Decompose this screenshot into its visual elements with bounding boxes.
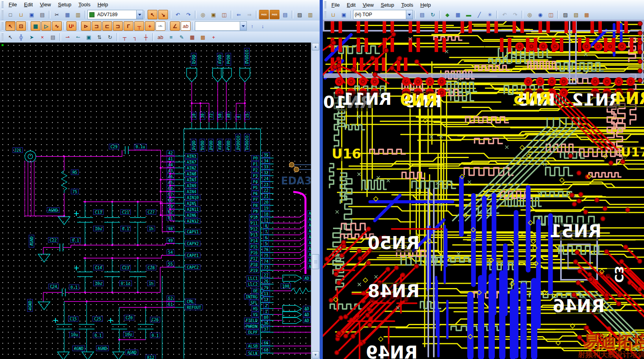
layer-selector-dropdown-arrow[interactable] [406, 10, 413, 19]
bus-left-button[interactable]: ⊏ [102, 21, 112, 31]
measure-button[interactable]: ╱ [474, 10, 484, 19]
text-ab-button[interactable]: ab [181, 21, 191, 31]
menu-file[interactable]: File [5, 1, 20, 8]
search-dropdown-arrow[interactable] [240, 22, 246, 30]
router-doc-button[interactable]: ▨ [561, 10, 570, 19]
list-edit-button[interactable]: ≡ [166, 32, 176, 42]
redo-button[interactable]: ↷ [183, 10, 193, 19]
net-zoom-button[interactable]: ◉ [535, 10, 545, 19]
attr-edit-button[interactable]: ab [155, 32, 165, 42]
select-arrow-button[interactable]: ↖ [6, 32, 15, 42]
undo-button[interactable]: ↶ [173, 10, 183, 19]
view-sheet-button[interactable]: ▣ [209, 10, 218, 19]
save-button[interactable]: ▣ [339, 10, 349, 19]
paste-button[interactable]: ▥ [73, 10, 83, 19]
select-mode-button[interactable]: ↖ [148, 10, 157, 19]
color-grid-button[interactable]: ▩ [198, 32, 208, 42]
menu-setup[interactable]: Setup [54, 1, 75, 8]
tee-add-button[interactable]: ┬ [120, 32, 130, 42]
search-combobox[interactable] [195, 21, 247, 31]
properties2-button[interactable]: ▤ [48, 32, 58, 42]
menu-tools[interactable]: Tools [75, 1, 94, 8]
select-drag-mode-button[interactable]: ↘ [158, 10, 168, 19]
gate-decal-button[interactable]: ⊐ [92, 21, 102, 31]
select-parts-button[interactable]: ⊡ [16, 21, 26, 31]
net-forward-button[interactable]: ⇀ [63, 32, 72, 42]
bus-right-button[interactable]: ⊐ [113, 21, 123, 31]
save-button[interactable]: ▣ [27, 10, 37, 19]
eraser-button[interactable]: ◫ [546, 10, 556, 19]
select-gates-button[interactable]: ↖ [6, 21, 15, 31]
print-button[interactable]: ▤ [37, 10, 47, 19]
menu-edit[interactable]: Edit [20, 1, 36, 8]
pads-router-button[interactable]: PADS [270, 10, 279, 19]
open-folder-button[interactable]: ⊔ [328, 10, 338, 19]
label-lbl-button[interactable]: LBL [155, 21, 165, 31]
menu-help[interactable]: Help [417, 1, 435, 9]
pads-layout-button[interactable]: PADS [259, 10, 269, 19]
menu-setup[interactable]: Setup [377, 1, 398, 9]
schematic-canvas[interactable]: 10DVDD30DVDD72DVDD50AVDD38PVDD4DVDDIO15D… [0, 43, 311, 359]
rotate-gate-button[interactable]: ↻ [105, 32, 115, 42]
design-check-button[interactable]: ◆ [442, 10, 452, 19]
add-decal-button[interactable]: ▷ [41, 21, 51, 31]
attr-dictionary-button[interactable]: ▦ [187, 32, 197, 42]
clipboard-doc-button[interactable]: ▧ [571, 10, 581, 19]
part-selector-dropdown-arrow[interactable] [136, 10, 143, 19]
edit-elec-button[interactable]: ∠ [170, 21, 180, 31]
component-value: 0.1 [121, 226, 131, 231]
net-tee-button[interactable]: ┬ [134, 21, 144, 31]
gate-u11-button[interactable]: U¹ [67, 21, 76, 31]
scroll-up-button[interactable]: ▲ [312, 43, 319, 50]
board-view-button[interactable]: ▬ [464, 10, 474, 19]
undo-button[interactable]: ↶ [500, 10, 509, 19]
net-corner-button[interactable]: Γ [124, 21, 133, 31]
add-part-button[interactable]: ▦ [31, 21, 41, 31]
properties-button[interactable]: ▤ [417, 10, 427, 19]
part-selector-combobox[interactable]: ADV7189 [87, 10, 143, 19]
net-back-button[interactable]: ↼ [73, 32, 83, 42]
scroll-down-button[interactable]: ▼ [312, 351, 319, 359]
fanout-button[interactable]: ▦ [453, 10, 463, 19]
eraser-button[interactable]: ◫ [219, 10, 229, 19]
pcb-canvas[interactable]: RN10RN11RN9RN9RN5RN5RN12RN4U16U17RN50RN5… [323, 20, 644, 359]
pads-logic-button[interactable]: ▩ [582, 10, 592, 19]
zoom-button[interactable]: ◎ [525, 10, 535, 19]
move-button[interactable]: ╬ [16, 32, 26, 42]
down-button[interactable]: ↓ [258, 21, 268, 31]
rename-pencil-button[interactable]: ✎ [177, 32, 187, 42]
junction-add-button[interactable]: ┼ [141, 32, 151, 42]
menu-file[interactable]: File [328, 1, 343, 9]
delete-button[interactable]: × [37, 32, 47, 42]
up-button[interactable]: ↑ [247, 21, 257, 31]
next-view-button[interactable]: ⇒ [244, 10, 254, 19]
corner-add-button[interactable]: ┐ [130, 32, 140, 42]
field-add-button[interactable]: + [209, 32, 218, 42]
add-signal-button[interactable]: ∿ [52, 21, 62, 31]
properties-button[interactable]: ▤ [280, 10, 290, 19]
route-button[interactable]: ➤ [27, 32, 37, 42]
swap-u1-u2-button[interactable]: ⇅ [94, 32, 104, 42]
zoom-button[interactable]: ◎ [198, 10, 208, 19]
ole-runner-button[interactable]: ▨ [295, 10, 305, 19]
menu-tools[interactable]: Tools [398, 1, 416, 9]
offpage-ref-button[interactable]: ⊳ [81, 21, 91, 31]
menu-edit[interactable]: Edit [343, 1, 359, 9]
copy-button[interactable]: ▦ [63, 10, 72, 19]
new-document-button[interactable]: □ [6, 10, 15, 19]
redo-button[interactable]: ↷ [510, 10, 520, 19]
cut-button[interactable]: ✂ [52, 10, 62, 19]
menu-view[interactable]: View [36, 1, 54, 8]
clipboard-view-button[interactable]: ▥ [305, 10, 315, 19]
via [575, 250, 579, 255]
scroll-thumb[interactable] [312, 254, 319, 269]
net-plus-button[interactable]: + [145, 21, 155, 31]
layer-selector-combobox[interactable]: (H) TOP [353, 10, 413, 19]
sheet-swap-button[interactable]: ▣ [84, 32, 94, 42]
previous-view-button[interactable]: ⇐ [234, 10, 244, 19]
menu-view[interactable]: View [359, 1, 377, 9]
open-folder-button[interactable]: ⊔ [16, 10, 26, 19]
menu-help[interactable]: Help [94, 1, 112, 8]
via-grid-button[interactable]: ✳ [485, 10, 495, 19]
refresh-button[interactable]: ↻ [428, 10, 438, 19]
